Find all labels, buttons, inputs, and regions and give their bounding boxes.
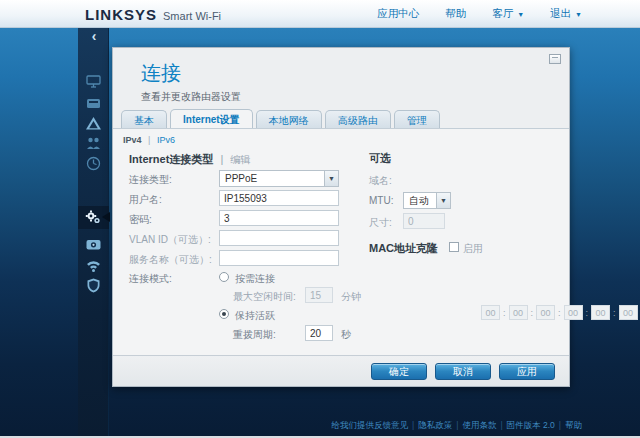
domain-name-label: 域名: xyxy=(369,174,392,188)
sidebar-item-network-map[interactable] xyxy=(85,73,102,90)
tab-advanced-routing[interactable]: 高级路由 xyxy=(325,110,391,129)
mac-clone-enable-checkbox[interactable] xyxy=(449,242,459,252)
apply-button[interactable]: 应用 xyxy=(499,363,555,380)
mac-clone-enable-label: 启用 xyxy=(463,242,483,256)
page: LINKSYSSmart Wi-Fi 应用中心 帮助 客厅▼ 退出▼ ‹ xyxy=(0,0,640,438)
modal-title: 连接 xyxy=(141,60,181,87)
connection-mode-label: 连接模式: xyxy=(129,272,172,286)
network-map-icon xyxy=(85,73,102,90)
top-bar: LINKSYSSmart Wi-Fi 应用中心 帮助 客厅▼ 退出▼ xyxy=(0,0,640,28)
section-header: Internet连接类型 | 编辑 xyxy=(129,152,250,167)
ip-version-subtabs: IPv4 | IPv6 xyxy=(123,135,175,145)
max-idle-time-unit: 分钟 xyxy=(341,290,361,304)
modal-footer: 确定 取消 应用 xyxy=(113,355,569,386)
username-label: 用户名: xyxy=(129,193,162,207)
connect-on-demand-label: 按需连接 xyxy=(235,272,275,286)
sidebar-item-parental-controls[interactable] xyxy=(85,135,102,152)
mtu-select[interactable]: 自动 ▼ xyxy=(403,192,451,209)
footer-link-feedback[interactable]: 给我们提供反馈意见 xyxy=(331,420,408,430)
footer-separator: | xyxy=(412,420,414,430)
logo-subtext: Smart Wi-Fi xyxy=(163,10,221,22)
sidebar-item-connectivity[interactable] xyxy=(85,209,102,226)
mac-octet-field: 00 xyxy=(509,305,528,320)
logo-text: LINKSYS xyxy=(85,6,157,23)
mtu-label: MTU: xyxy=(369,195,393,206)
redial-period-field[interactable] xyxy=(305,325,333,341)
connect-on-demand-radio[interactable] xyxy=(219,272,229,282)
mac-colon: : xyxy=(586,308,589,318)
mac-address-fields: 00 : 00 : 00 : 00 : 00 : 00 xyxy=(481,305,638,320)
size-label: 尺寸: xyxy=(369,216,392,230)
size-field xyxy=(403,213,445,229)
section-separator: | xyxy=(220,153,223,165)
mac-clone-title: MAC地址克隆 xyxy=(369,241,438,256)
mac-colon: : xyxy=(558,308,561,318)
edit-link[interactable]: 编辑 xyxy=(230,154,250,165)
redial-period-label: 重拨周期: xyxy=(233,328,276,342)
top-nav: 应用中心 帮助 客厅▼ 退出▼ xyxy=(377,0,582,28)
nav-help[interactable]: 帮助 xyxy=(445,7,466,21)
tab-internet-settings[interactable]: Internet设置 xyxy=(170,109,253,129)
nav-router-name-label: 客厅 xyxy=(492,7,513,21)
footer-firmware-version: 固件版本 2.0 xyxy=(507,420,555,430)
chevron-down-icon: ▼ xyxy=(436,193,450,208)
mac-octet-field: 00 xyxy=(481,305,500,320)
subtab-ipv6[interactable]: IPv6 xyxy=(157,135,175,145)
username-field[interactable] xyxy=(219,190,339,206)
mac-octet-field: 00 xyxy=(564,305,583,320)
guest-access-icon xyxy=(85,115,102,132)
nav-router-name[interactable]: 客厅▼ xyxy=(492,7,524,21)
sidebar-item-troubleshooting[interactable] xyxy=(85,236,102,253)
footer-separator: | xyxy=(456,420,458,430)
modal-subtitle: 查看并更改路由器设置 xyxy=(141,90,241,104)
optional-section-title: 可选 xyxy=(369,151,391,166)
ok-button[interactable]: 确定 xyxy=(371,363,427,380)
footer-link-help[interactable]: 帮助 xyxy=(565,420,582,430)
subtab-separator: | xyxy=(148,135,150,145)
footer-link-terms[interactable]: 使用条款 xyxy=(462,420,496,430)
active-item-pointer-icon xyxy=(102,212,110,222)
chevron-down-icon: ▼ xyxy=(575,11,582,18)
sidebar-item-security[interactable] xyxy=(85,277,102,294)
nav-sign-out-label: 退出 xyxy=(550,7,571,21)
chevron-down-icon: ▼ xyxy=(517,11,524,18)
redial-period-unit: 秒 xyxy=(341,328,351,342)
mac-colon: : xyxy=(503,308,506,318)
keep-alive-radio[interactable] xyxy=(219,309,229,319)
mac-colon: : xyxy=(613,308,616,318)
close-icon[interactable] xyxy=(549,54,561,64)
vlan-id-field[interactable] xyxy=(219,230,339,246)
nav-help-label: 帮助 xyxy=(445,7,466,21)
footer-link-privacy[interactable]: 隐私政策 xyxy=(418,420,452,430)
nav-app-center[interactable]: 应用中心 xyxy=(377,7,419,21)
password-label: 密码: xyxy=(129,213,152,227)
sidebar-item-media-prioritization[interactable] xyxy=(85,155,102,172)
mac-octet-field: 00 xyxy=(536,305,555,320)
tab-administration[interactable]: 管理 xyxy=(394,110,440,129)
max-idle-time-field xyxy=(305,287,333,303)
service-name-label: 服务名称（可选）: xyxy=(129,253,212,267)
footer-separator: | xyxy=(500,420,502,430)
sidebar-item-guest-access[interactable] xyxy=(85,115,102,132)
sidebar-item-wireless[interactable] xyxy=(85,257,102,274)
parental-controls-icon xyxy=(85,135,102,152)
password-field[interactable] xyxy=(219,210,339,226)
nav-sign-out[interactable]: 退出▼ xyxy=(550,7,582,21)
service-name-field[interactable] xyxy=(219,250,339,266)
sidebar-item-external-storage[interactable] xyxy=(85,95,102,112)
keep-alive-label: 保持活跃 xyxy=(235,309,275,323)
cancel-button[interactable]: 取消 xyxy=(435,363,491,380)
tab-local-network[interactable]: 本地网络 xyxy=(256,110,322,129)
clock-icon xyxy=(85,155,102,172)
camera-icon xyxy=(85,236,102,253)
sidebar-collapse-chevron-icon[interactable]: ‹ xyxy=(86,29,102,45)
tab-bar: 基本 Internet设置 本地网络 高级路由 管理 xyxy=(121,109,443,129)
connection-type-label: 连接类型: xyxy=(129,173,172,187)
connection-type-select[interactable]: PPPoE ▼ xyxy=(219,170,339,187)
tab-basic[interactable]: 基本 xyxy=(121,110,167,129)
vlan-id-label: VLAN ID（可选）: xyxy=(129,233,211,247)
subtab-ipv4[interactable]: IPv4 xyxy=(123,135,142,145)
connection-settings-modal: 连接 查看并更改路由器设置 基本 Internet设置 本地网络 高级路由 管理… xyxy=(112,47,570,387)
storage-icon xyxy=(85,95,102,112)
linksys-logo: LINKSYSSmart Wi-Fi xyxy=(85,6,221,24)
